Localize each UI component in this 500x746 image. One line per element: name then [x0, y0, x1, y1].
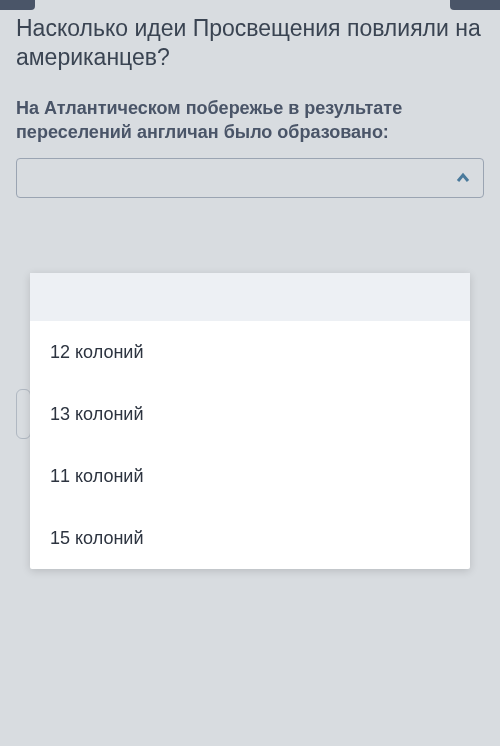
- chevron-up-icon: [453, 168, 473, 188]
- content-area: Насколько идеи Просвещения повлияли на а…: [0, 0, 500, 212]
- dropdown-list: 12 колоний 13 колоний 11 колоний 15 коло…: [30, 273, 470, 569]
- answer-select[interactable]: [16, 158, 484, 198]
- button-fragment: [16, 389, 31, 439]
- dropdown-header: [30, 273, 470, 321]
- dropdown-option[interactable]: 15 колоний: [30, 507, 470, 569]
- dropdown-option[interactable]: 13 колоний: [30, 383, 470, 445]
- page-title: Насколько идеи Просвещения повлияли на а…: [16, 14, 484, 72]
- dropdown-option[interactable]: 11 колоний: [30, 445, 470, 507]
- top-bar-left: [0, 0, 35, 10]
- question-text: На Атлантическом побережье в результате …: [16, 96, 484, 145]
- dropdown-option[interactable]: 12 колоний: [30, 321, 470, 383]
- top-bar-right: [450, 0, 500, 10]
